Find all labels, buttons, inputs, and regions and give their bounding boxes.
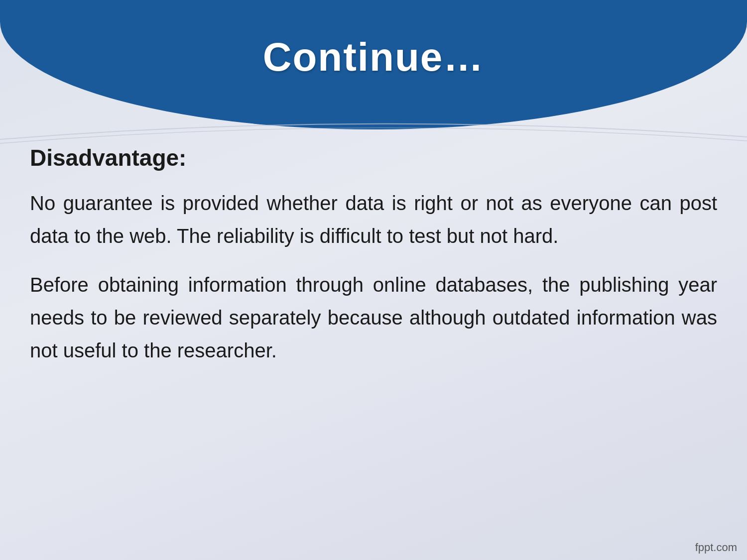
paragraph-1: No guarantee is provided whether data is… bbox=[30, 187, 717, 252]
slide-title: Continue… bbox=[263, 34, 485, 80]
header-title-container: Continue… bbox=[0, 0, 747, 114]
section-label: Disadvantage: bbox=[30, 144, 717, 172]
content-area: Disadvantage: No guarantee is provided w… bbox=[30, 144, 717, 530]
curve-decoration bbox=[0, 110, 747, 149]
paragraph-2: Before obtaining information through onl… bbox=[30, 268, 717, 367]
watermark: fppt.com bbox=[695, 541, 737, 554]
slide: Continue… Disadvantage: No guarantee is … bbox=[0, 0, 747, 560]
